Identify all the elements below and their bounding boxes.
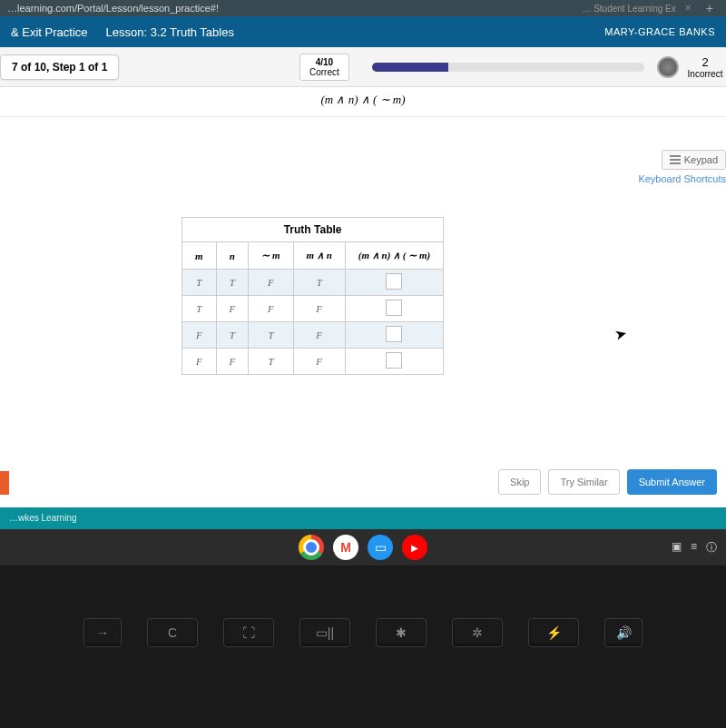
score-label: Correct [309, 67, 339, 77]
cell: F [293, 349, 345, 375]
cell: F [249, 296, 293, 322]
work-area: Keypad Keyboard Shortcuts Truth Table m … [0, 117, 726, 507]
user-name: MARY-GRACE BANKS [604, 26, 715, 37]
incorrect-count: 2 [684, 55, 726, 69]
table-row: F F T F [182, 349, 444, 375]
progress-track [372, 63, 644, 72]
key: ▭|| [299, 618, 350, 647]
submit-answer-button[interactable]: Submit Answer [627, 469, 717, 495]
incorrect-label: Incorrect [684, 69, 726, 79]
laptop-bezel: M ▭ ▶ ▣ ≡ ⓘ → C ⛶ ▭|| ✱ ✲ ⚡ 🔊 [0, 529, 726, 728]
cell: T [249, 349, 293, 375]
close-tab-icon[interactable]: × [682, 2, 695, 15]
key: ⚡ [528, 618, 579, 647]
incorrect-box: 2 Incorrect [684, 55, 726, 79]
cell: T [216, 270, 249, 296]
action-row: Skip Try Similar Submit Answer [498, 469, 717, 495]
col-m-and-n: m ∧ n [293, 242, 345, 270]
cell: F [249, 270, 293, 296]
mouse-cursor-icon: ➤ [613, 325, 628, 345]
table-header-row: m n ∼ m m ∧ n (m ∧ n) ∧ ( ∼ m) [182, 242, 444, 270]
answer-cell [345, 322, 443, 349]
answer-cell [345, 270, 443, 296]
tab-title: … Student Learning Ex [582, 4, 675, 14]
col-not-m: ∼ m [249, 242, 293, 270]
cell: T [182, 270, 217, 296]
new-tab-button[interactable]: + [701, 1, 719, 15]
table-caption: Truth Table [182, 217, 444, 241]
keypad-icon [670, 155, 681, 164]
answer-input-3[interactable] [386, 326, 402, 342]
score-box: 4/10 Correct [299, 54, 349, 81]
cell: F [293, 296, 345, 322]
cell: T [249, 322, 293, 349]
cell: F [182, 322, 217, 349]
step-indicator: 7 of 10, Step 1 of 1 [0, 54, 119, 80]
key: 🔊 [604, 618, 643, 647]
cell: F [216, 349, 249, 375]
tray-icon[interactable]: ⓘ [706, 540, 717, 556]
browser-address-bar: …learning.com/Portal/Lesson/lesson_pract… [0, 0, 726, 16]
answer-cell [345, 349, 443, 375]
tray-icon[interactable]: ≡ [691, 540, 697, 556]
keypad-area: Keypad Keyboard Shortcuts [638, 150, 726, 184]
exit-practice-link[interactable]: & Exit Practice [11, 25, 88, 39]
youtube-icon[interactable]: ▶ [402, 535, 427, 560]
chrome-icon[interactable] [299, 535, 324, 560]
key: ✲ [452, 618, 503, 647]
table-row: T T F T [182, 270, 444, 296]
docs-icon[interactable]: ▭ [368, 535, 393, 560]
answer-input-2[interactable] [386, 300, 402, 316]
key: C [147, 618, 198, 647]
system-tray[interactable]: ▣ ≡ ⓘ [672, 540, 717, 556]
truth-table: Truth Table m n ∼ m m ∧ n (m ∧ n) ∧ ( ∼ … [182, 217, 444, 375]
try-similar-button[interactable]: Try Similar [548, 469, 619, 495]
key: ⛶ [223, 618, 274, 647]
progress-row: 7 of 10, Step 1 of 1 4/10 Correct 2 Inco… [0, 47, 726, 87]
browser-tab[interactable]: … Student Learning Ex × + [582, 1, 719, 15]
lesson-title: Lesson: 3.2 Truth Tables [106, 25, 234, 39]
footer-brand: …wkes Learning [9, 513, 76, 523]
score-fraction: 4/10 [309, 57, 339, 67]
app-footer: …wkes Learning [0, 507, 726, 529]
answer-input-4[interactable] [386, 352, 402, 369]
answer-input-1[interactable] [386, 273, 402, 290]
answer-cell [345, 296, 443, 322]
col-n: n [216, 242, 249, 270]
app-top-nav: & Exit Practice Lesson: 3.2 Truth Tables… [0, 16, 726, 47]
url-text: …learning.com/Portal/Lesson/lesson_pract… [7, 3, 582, 14]
cell: T [293, 270, 345, 296]
physical-keyboard: → C ⛶ ▭|| ✱ ✲ ⚡ 🔊 [0, 618, 726, 647]
col-m: m [182, 242, 217, 270]
keypad-button[interactable]: Keypad [662, 150, 726, 170]
gmail-icon[interactable]: M [333, 535, 358, 560]
keypad-label: Keypad [684, 154, 718, 165]
key: ✱ [376, 618, 427, 647]
cell: T [216, 322, 249, 349]
expression-display: (m ∧ n) ∧ ( ∼ m) [0, 87, 726, 117]
cell: F [182, 349, 217, 375]
os-taskbar: M ▭ ▶ ▣ ≡ ⓘ [0, 529, 726, 566]
cell: F [216, 296, 249, 322]
avatar[interactable] [657, 56, 679, 78]
col-result: (m ∧ n) ∧ ( ∼ m) [345, 242, 443, 270]
tray-icon[interactable]: ▣ [672, 540, 682, 556]
cell: T [182, 296, 217, 322]
orange-accent [0, 471, 9, 495]
table-row: T F F F [182, 296, 444, 322]
progress-fill [372, 63, 448, 72]
cell: F [293, 322, 345, 349]
key: → [83, 618, 122, 647]
keyboard-shortcuts-link[interactable]: Keyboard Shortcuts [638, 173, 726, 184]
skip-button[interactable]: Skip [498, 469, 541, 495]
table-row: F T T F [182, 322, 444, 349]
